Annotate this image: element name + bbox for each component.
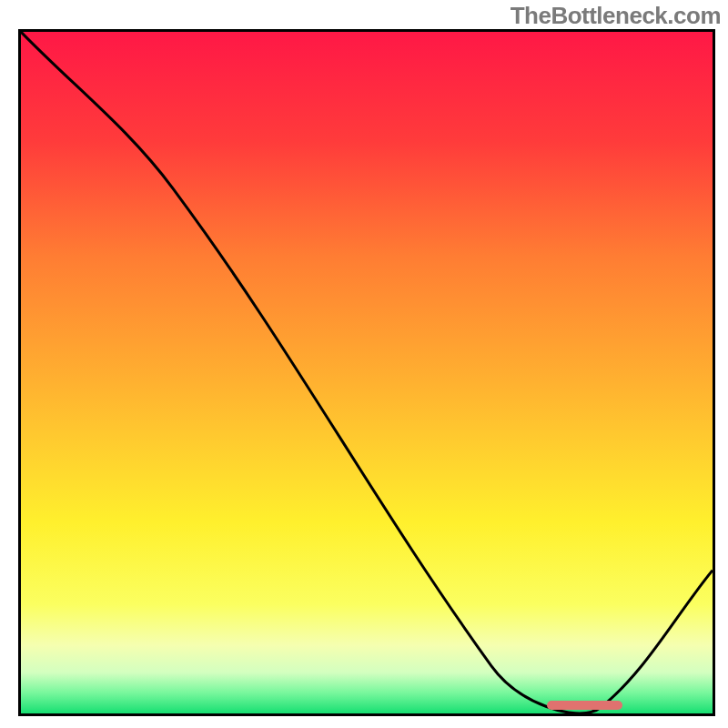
plot-frame: [18, 29, 715, 716]
watermark-text: TheBottleneck.com: [511, 2, 721, 30]
optimal-marker: [547, 701, 623, 710]
bottleneck-chart: TheBottleneck.com: [0, 0, 728, 728]
curve-layer: [21, 32, 713, 713]
plot-area: [21, 32, 713, 713]
bottleneck-curve: [21, 32, 713, 713]
